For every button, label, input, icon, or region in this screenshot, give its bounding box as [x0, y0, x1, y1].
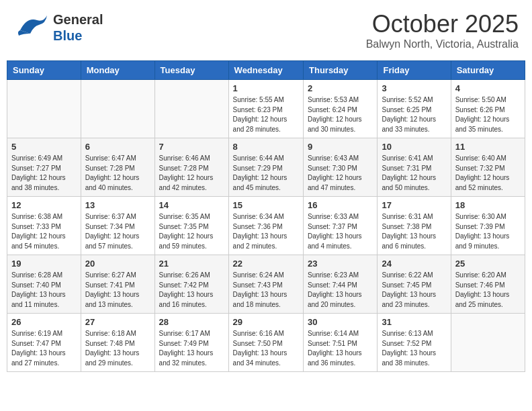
- month-title: October 2025: [366, 10, 519, 38]
- day-info: Sunrise: 6:46 AM Sunset: 7:28 PM Dayligh…: [159, 154, 224, 193]
- title-block: October 2025 Balwyn North, Victoria, Aus…: [366, 10, 519, 50]
- calendar-cell: [7, 80, 81, 138]
- calendar-cell: 3Sunrise: 5:52 AM Sunset: 6:25 PM Daylig…: [378, 80, 451, 138]
- column-header-saturday: Saturday: [451, 61, 525, 80]
- column-header-wednesday: Wednesday: [228, 61, 303, 80]
- day-number: 19: [11, 259, 77, 269]
- calendar-cell: 21Sunrise: 6:26 AM Sunset: 7:42 PM Dayli…: [154, 255, 228, 314]
- day-info: Sunrise: 6:14 AM Sunset: 7:51 PM Dayligh…: [308, 329, 373, 368]
- day-info: Sunrise: 6:19 AM Sunset: 7:47 PM Dayligh…: [11, 329, 77, 368]
- calendar-cell: 10Sunrise: 6:41 AM Sunset: 7:31 PM Dayli…: [378, 138, 451, 197]
- day-number: 24: [382, 259, 446, 269]
- calendar-week-row: 5Sunrise: 6:49 AM Sunset: 7:27 PM Daylig…: [7, 138, 525, 197]
- logo-bird-icon: [13, 10, 50, 45]
- calendar-cell: 11Sunrise: 6:40 AM Sunset: 7:32 PM Dayli…: [451, 138, 525, 197]
- calendar-cell: 27Sunrise: 6:18 AM Sunset: 7:48 PM Dayli…: [81, 314, 154, 372]
- day-info: Sunrise: 6:44 AM Sunset: 7:29 PM Dayligh…: [233, 154, 299, 193]
- column-header-monday: Monday: [81, 61, 154, 80]
- page-header: General Blue October 2025 Balwyn North, …: [7, 7, 525, 54]
- day-number: 23: [308, 259, 373, 269]
- day-number: 16: [308, 200, 373, 210]
- day-info: Sunrise: 6:38 AM Sunset: 7:33 PM Dayligh…: [11, 212, 77, 251]
- logo: General Blue: [13, 10, 103, 45]
- day-info: Sunrise: 6:27 AM Sunset: 7:41 PM Dayligh…: [85, 271, 150, 310]
- day-info: Sunrise: 6:22 AM Sunset: 7:45 PM Dayligh…: [382, 271, 446, 310]
- day-number: 11: [455, 142, 521, 152]
- day-info: Sunrise: 6:13 AM Sunset: 7:52 PM Dayligh…: [382, 329, 446, 368]
- calendar-cell: 7Sunrise: 6:46 AM Sunset: 7:28 PM Daylig…: [154, 138, 228, 197]
- day-number: 10: [382, 142, 446, 152]
- calendar-table: SundayMondayTuesdayWednesdayThursdayFrid…: [7, 60, 525, 372]
- calendar-cell: 31Sunrise: 6:13 AM Sunset: 7:52 PM Dayli…: [378, 314, 451, 372]
- day-info: Sunrise: 6:18 AM Sunset: 7:48 PM Dayligh…: [85, 329, 150, 368]
- logo-text-block: General Blue: [53, 11, 103, 44]
- day-info: Sunrise: 5:55 AM Sunset: 6:23 PM Dayligh…: [233, 95, 299, 134]
- calendar-cell: 23Sunrise: 6:23 AM Sunset: 7:44 PM Dayli…: [304, 255, 378, 314]
- column-header-thursday: Thursday: [304, 61, 378, 80]
- calendar-cell: 12Sunrise: 6:38 AM Sunset: 7:33 PM Dayli…: [7, 197, 81, 255]
- calendar-header-row: SundayMondayTuesdayWednesdayThursdayFrid…: [7, 61, 525, 80]
- day-number: 13: [85, 200, 150, 210]
- location-subtitle: Balwyn North, Victoria, Australia: [366, 38, 519, 50]
- day-info: Sunrise: 5:50 AM Sunset: 6:26 PM Dayligh…: [455, 95, 521, 134]
- day-number: 21: [159, 259, 224, 269]
- calendar-cell: 2Sunrise: 5:53 AM Sunset: 6:24 PM Daylig…: [304, 80, 378, 138]
- day-info: Sunrise: 6:26 AM Sunset: 7:42 PM Dayligh…: [159, 271, 224, 310]
- column-header-tuesday: Tuesday: [154, 61, 228, 80]
- calendar-cell: 22Sunrise: 6:24 AM Sunset: 7:43 PM Dayli…: [228, 255, 303, 314]
- day-number: 4: [455, 83, 521, 93]
- day-number: 15: [233, 200, 299, 210]
- day-info: Sunrise: 6:41 AM Sunset: 7:31 PM Dayligh…: [382, 154, 446, 193]
- day-number: 7: [159, 142, 224, 152]
- day-info: Sunrise: 6:43 AM Sunset: 7:30 PM Dayligh…: [308, 154, 373, 193]
- calendar-week-row: 19Sunrise: 6:28 AM Sunset: 7:40 PM Dayli…: [7, 255, 525, 314]
- logo-blue: Blue: [53, 28, 82, 43]
- day-info: Sunrise: 6:34 AM Sunset: 7:36 PM Dayligh…: [233, 212, 299, 251]
- day-info: Sunrise: 5:53 AM Sunset: 6:24 PM Dayligh…: [308, 95, 373, 134]
- day-info: Sunrise: 6:16 AM Sunset: 7:50 PM Dayligh…: [233, 329, 299, 368]
- calendar-cell: [451, 314, 525, 372]
- day-info: Sunrise: 6:17 AM Sunset: 7:49 PM Dayligh…: [159, 329, 224, 368]
- day-info: Sunrise: 6:24 AM Sunset: 7:43 PM Dayligh…: [233, 271, 299, 310]
- day-number: 26: [11, 317, 77, 327]
- day-info: Sunrise: 6:28 AM Sunset: 7:40 PM Dayligh…: [11, 271, 77, 310]
- day-number: 20: [85, 259, 150, 269]
- day-number: 28: [159, 317, 224, 327]
- calendar-cell: 5Sunrise: 6:49 AM Sunset: 7:27 PM Daylig…: [7, 138, 81, 197]
- day-info: Sunrise: 6:30 AM Sunset: 7:39 PM Dayligh…: [455, 212, 521, 251]
- calendar-cell: 24Sunrise: 6:22 AM Sunset: 7:45 PM Dayli…: [378, 255, 451, 314]
- day-number: 31: [382, 317, 446, 327]
- day-number: 1: [233, 83, 299, 93]
- calendar-cell: 29Sunrise: 6:16 AM Sunset: 7:50 PM Dayli…: [228, 314, 303, 372]
- day-number: 30: [308, 317, 373, 327]
- day-number: 18: [455, 200, 521, 210]
- calendar-cell: 6Sunrise: 6:47 AM Sunset: 7:28 PM Daylig…: [81, 138, 154, 197]
- day-number: 14: [159, 200, 224, 210]
- day-number: 27: [85, 317, 150, 327]
- day-number: 3: [382, 83, 446, 93]
- calendar-cell: 1Sunrise: 5:55 AM Sunset: 6:23 PM Daylig…: [228, 80, 303, 138]
- day-info: Sunrise: 6:47 AM Sunset: 7:28 PM Dayligh…: [85, 154, 150, 193]
- day-info: Sunrise: 5:52 AM Sunset: 6:25 PM Dayligh…: [382, 95, 446, 134]
- day-number: 5: [11, 142, 77, 152]
- day-info: Sunrise: 6:35 AM Sunset: 7:35 PM Dayligh…: [159, 212, 224, 251]
- day-number: 12: [11, 200, 77, 210]
- day-info: Sunrise: 6:40 AM Sunset: 7:32 PM Dayligh…: [455, 154, 521, 193]
- calendar-cell: 8Sunrise: 6:44 AM Sunset: 7:29 PM Daylig…: [228, 138, 303, 197]
- logo-general: General: [53, 12, 103, 27]
- column-header-sunday: Sunday: [7, 61, 81, 80]
- calendar-cell: 26Sunrise: 6:19 AM Sunset: 7:47 PM Dayli…: [7, 314, 81, 372]
- calendar-cell: 25Sunrise: 6:20 AM Sunset: 7:46 PM Dayli…: [451, 255, 525, 314]
- calendar-cell: 17Sunrise: 6:31 AM Sunset: 7:38 PM Dayli…: [378, 197, 451, 255]
- day-number: 2: [308, 83, 373, 93]
- day-number: 17: [382, 200, 446, 210]
- calendar-week-row: 12Sunrise: 6:38 AM Sunset: 7:33 PM Dayli…: [7, 197, 525, 255]
- calendar-cell: 19Sunrise: 6:28 AM Sunset: 7:40 PM Dayli…: [7, 255, 81, 314]
- day-number: 6: [85, 142, 150, 152]
- day-number: 29: [233, 317, 299, 327]
- day-info: Sunrise: 6:31 AM Sunset: 7:38 PM Dayligh…: [382, 212, 446, 251]
- calendar-cell: 20Sunrise: 6:27 AM Sunset: 7:41 PM Dayli…: [81, 255, 154, 314]
- calendar-cell: 13Sunrise: 6:37 AM Sunset: 7:34 PM Dayli…: [81, 197, 154, 255]
- calendar-cell: 9Sunrise: 6:43 AM Sunset: 7:30 PM Daylig…: [304, 138, 378, 197]
- day-number: 25: [455, 259, 521, 269]
